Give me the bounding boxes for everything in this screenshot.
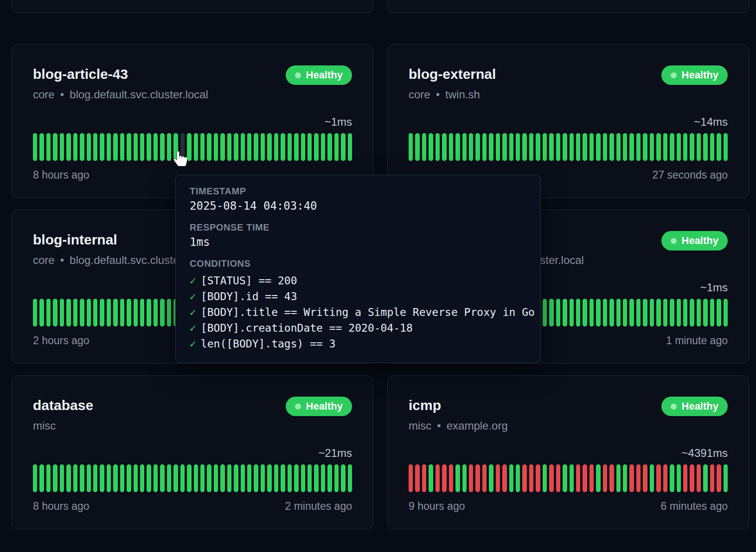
status-bar-down[interactable] bbox=[415, 464, 419, 492]
status-bar-down[interactable] bbox=[449, 464, 453, 492]
status-bar-up[interactable] bbox=[703, 299, 707, 327]
status-bar-up[interactable] bbox=[140, 299, 144, 327]
status-bar-up[interactable] bbox=[334, 133, 339, 161]
status-bar-up[interactable] bbox=[234, 464, 238, 492]
status-bar-up[interactable] bbox=[690, 299, 694, 327]
status-bar-up[interactable] bbox=[93, 464, 97, 492]
endpoint-name-link[interactable]: blog-article-43 bbox=[33, 65, 208, 83]
status-bar-up[interactable] bbox=[650, 133, 654, 161]
status-bar-up[interactable] bbox=[207, 133, 211, 161]
status-bar-up[interactable] bbox=[327, 133, 332, 161]
status-bar-up[interactable] bbox=[46, 299, 51, 327]
status-bar-up[interactable] bbox=[469, 133, 473, 161]
status-bar-up[interactable] bbox=[583, 133, 587, 161]
status-bar-down[interactable] bbox=[469, 464, 473, 492]
status-bar-down[interactable] bbox=[663, 464, 667, 492]
status-bar-up[interactable] bbox=[650, 299, 654, 327]
status-bar-up[interactable] bbox=[717, 299, 721, 327]
status-bar-up[interactable] bbox=[717, 133, 721, 161]
status-bar-up[interactable] bbox=[33, 133, 37, 161]
status-bar-up[interactable] bbox=[683, 299, 687, 327]
status-bar-up[interactable] bbox=[140, 464, 144, 492]
status-bar-up[interactable] bbox=[134, 464, 138, 492]
status-bar-up[interactable] bbox=[73, 133, 77, 161]
status-bar-up[interactable] bbox=[147, 133, 151, 161]
status-bar-up[interactable] bbox=[563, 133, 567, 161]
status-bar-down[interactable] bbox=[502, 464, 506, 492]
status-bar-up[interactable] bbox=[53, 133, 57, 161]
status-bar-up[interactable] bbox=[39, 133, 44, 161]
status-bar-up[interactable] bbox=[154, 464, 158, 492]
status-bar-up[interactable] bbox=[489, 464, 493, 492]
status-bar-down[interactable] bbox=[589, 464, 594, 492]
status-bar-up[interactable] bbox=[220, 464, 224, 492]
status-bar-down[interactable] bbox=[683, 464, 687, 492]
status-bar-up[interactable] bbox=[724, 299, 728, 327]
status-bar-up[interactable] bbox=[200, 464, 205, 492]
status-bar-up[interactable] bbox=[341, 464, 345, 492]
status-bar-up[interactable] bbox=[690, 133, 694, 161]
uptime-history-bars[interactable] bbox=[409, 133, 728, 161]
status-bar-up[interactable] bbox=[241, 464, 245, 492]
status-bar-up[interactable] bbox=[154, 133, 158, 161]
status-bar-up[interactable] bbox=[348, 133, 352, 161]
status-bar-up[interactable] bbox=[710, 299, 714, 327]
status-bar-up[interactable] bbox=[308, 464, 312, 492]
status-bar-up[interactable] bbox=[261, 133, 265, 161]
status-bar-up[interactable] bbox=[127, 133, 131, 161]
status-bar-up[interactable] bbox=[227, 464, 231, 492]
status-bar-up[interactable] bbox=[87, 464, 91, 492]
status-bar-up[interactable] bbox=[334, 464, 339, 492]
status-bar-down[interactable] bbox=[496, 464, 500, 492]
status-bar-up[interactable] bbox=[656, 299, 660, 327]
status-bar-up[interactable] bbox=[549, 133, 553, 161]
status-bar-up[interactable] bbox=[66, 133, 70, 161]
status-bar-up[interactable] bbox=[294, 464, 298, 492]
endpoint-name-link[interactable]: icmp bbox=[409, 397, 508, 414]
status-bar-up[interactable] bbox=[214, 133, 218, 161]
status-bar-down[interactable] bbox=[475, 464, 480, 492]
status-bar-down[interactable] bbox=[409, 464, 413, 492]
status-bar-up[interactable] bbox=[134, 133, 138, 161]
status-bar-up[interactable] bbox=[596, 464, 600, 492]
status-bar-up[interactable] bbox=[643, 133, 647, 161]
status-bar-down[interactable] bbox=[717, 464, 721, 492]
status-bar-up[interactable] bbox=[39, 464, 44, 492]
status-bar-up[interactable] bbox=[570, 133, 574, 161]
status-bar-down[interactable] bbox=[576, 464, 580, 492]
status-bar-up[interactable] bbox=[87, 299, 91, 327]
status-bar-up[interactable] bbox=[529, 133, 533, 161]
status-bar-up[interactable] bbox=[543, 299, 547, 327]
status-bar-up[interactable] bbox=[60, 464, 64, 492]
status-bar-up[interactable] bbox=[120, 299, 124, 327]
status-bar-up[interactable] bbox=[650, 464, 654, 492]
status-bar-up[interactable] bbox=[33, 299, 37, 327]
status-bar-up[interactable] bbox=[321, 464, 325, 492]
status-bar-up[interactable] bbox=[301, 464, 305, 492]
status-bar-up[interactable] bbox=[516, 464, 520, 492]
status-bar-up[interactable] bbox=[247, 133, 251, 161]
status-bar-up[interactable] bbox=[200, 133, 205, 161]
status-bar-down[interactable] bbox=[529, 464, 533, 492]
status-bar-down[interactable] bbox=[603, 464, 607, 492]
status-bar-up[interactable] bbox=[697, 299, 701, 327]
status-bar-up[interactable] bbox=[294, 133, 298, 161]
status-bar-up[interactable] bbox=[234, 133, 238, 161]
status-bar-up[interactable] bbox=[327, 464, 332, 492]
status-bar-up[interactable] bbox=[73, 299, 77, 327]
status-bar-up[interactable] bbox=[516, 133, 520, 161]
status-bar-up[interactable] bbox=[543, 133, 547, 161]
status-bar-up[interactable] bbox=[436, 133, 440, 161]
status-bar-up[interactable] bbox=[482, 133, 487, 161]
status-bar-up[interactable] bbox=[703, 133, 707, 161]
status-bar-up[interactable] bbox=[53, 299, 57, 327]
status-bar-up[interactable] bbox=[616, 133, 621, 161]
status-bar-up[interactable] bbox=[496, 133, 500, 161]
status-bar-up[interactable] bbox=[415, 133, 419, 161]
uptime-history-bars[interactable] bbox=[409, 464, 728, 492]
status-bar-down[interactable] bbox=[609, 464, 614, 492]
status-bar-up[interactable] bbox=[576, 299, 580, 327]
status-bar-up[interactable] bbox=[281, 133, 285, 161]
status-bar-up[interactable] bbox=[194, 133, 198, 161]
status-bar-up[interactable] bbox=[80, 133, 84, 161]
